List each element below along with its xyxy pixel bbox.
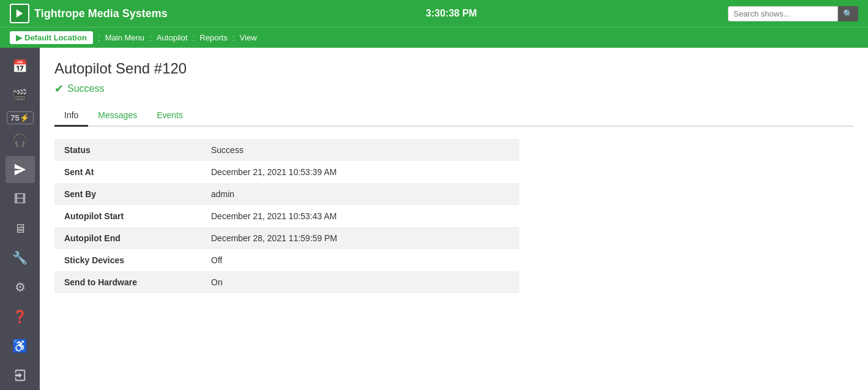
logo-icon bbox=[10, 4, 29, 23]
sidebar-item-film[interactable]: 🎞 bbox=[6, 186, 35, 212]
nav-view[interactable]: View bbox=[240, 33, 257, 42]
row-label: Sent By bbox=[54, 183, 201, 205]
table-row: Sent AtDecember 21, 2021 10:53:39 AM bbox=[54, 161, 519, 183]
info-table: StatusSuccessSent AtDecember 21, 2021 10… bbox=[54, 139, 519, 293]
row-value: On bbox=[201, 271, 519, 293]
main-layout: 📅 🎬 75⚡ 🎧 🎞 🖥 🔧 ⚙ ❓ ♿ Autopilot Send #12… bbox=[0, 48, 868, 390]
tabs-bar: Info Messages Events bbox=[54, 105, 853, 127]
row-value: admin bbox=[201, 183, 519, 205]
search-button[interactable]: 🔍 bbox=[838, 6, 858, 21]
sidebar-item-help[interactable]: ❓ bbox=[6, 303, 35, 330]
sidebar-item-headset[interactable]: 🎧 bbox=[6, 127, 35, 154]
sidebar-item-accessibility[interactable]: ♿ bbox=[6, 332, 35, 359]
status-label: Success bbox=[67, 83, 104, 94]
nav-bar: ▶ Default Location : Main Menu : Autopil… bbox=[0, 27, 868, 48]
sidebar-item-settings[interactable]: ⚙ bbox=[6, 274, 35, 301]
sidebar: 📅 🎬 75⚡ 🎧 🎞 🖥 🔧 ⚙ ❓ ♿ bbox=[0, 48, 40, 390]
sidebar-item-ticker[interactable]: 75⚡ bbox=[7, 111, 34, 124]
nav-sep-4: : bbox=[232, 33, 235, 43]
table-row: Sent Byadmin bbox=[54, 183, 519, 205]
row-label: Status bbox=[54, 139, 201, 161]
sidebar-item-send[interactable] bbox=[6, 156, 35, 183]
nav-sep-2: : bbox=[149, 33, 152, 43]
row-value: Off bbox=[201, 249, 519, 271]
top-header: Tightrope Media Systems 3:30:38 PM 🔍 bbox=[0, 0, 868, 27]
row-value: December 21, 2021 10:53:39 AM bbox=[201, 161, 519, 183]
row-label: Sticky Devices bbox=[54, 249, 201, 271]
table-row: StatusSuccess bbox=[54, 139, 519, 161]
table-row: Autopilot EndDecember 28, 2021 11:59:59 … bbox=[54, 227, 519, 249]
table-row: Autopilot StartDecember 21, 2021 10:53:4… bbox=[54, 205, 519, 227]
row-value: December 21, 2021 10:53:43 AM bbox=[201, 205, 519, 227]
tab-info[interactable]: Info bbox=[54, 105, 88, 127]
app-title: Tightrope Media Systems bbox=[34, 7, 168, 20]
search-bar: 🔍 bbox=[728, 6, 858, 21]
content-area: Autopilot Send #120 ✔ Success Info Messa… bbox=[40, 48, 868, 390]
success-check-icon: ✔ bbox=[54, 82, 64, 96]
nav-reports[interactable]: Reports bbox=[199, 33, 228, 42]
row-label: Send to Hardware bbox=[54, 271, 201, 293]
table-row: Send to HardwareOn bbox=[54, 271, 519, 293]
location-label: Default Location bbox=[24, 33, 87, 42]
sidebar-item-wrench[interactable]: 🔧 bbox=[6, 244, 35, 271]
sidebar-item-logout[interactable] bbox=[6, 362, 35, 389]
nav-sep-1: : bbox=[98, 33, 100, 43]
page-title: Autopilot Send #120 bbox=[54, 60, 853, 77]
nav-autopilot[interactable]: Autopilot bbox=[157, 33, 188, 42]
sidebar-item-monitor[interactable]: 🖥 bbox=[6, 215, 35, 242]
row-label: Autopilot End bbox=[54, 227, 201, 249]
tab-events[interactable]: Events bbox=[147, 105, 193, 127]
header-left: Tightrope Media Systems bbox=[10, 4, 175, 23]
status-success-row: ✔ Success bbox=[54, 82, 853, 96]
nav-main-menu[interactable]: Main Menu bbox=[105, 33, 144, 42]
tab-messages[interactable]: Messages bbox=[88, 105, 147, 127]
sidebar-item-clapboard[interactable]: 🎬 bbox=[6, 82, 35, 109]
search-input[interactable] bbox=[728, 6, 838, 21]
row-value: December 28, 2021 11:59:59 PM bbox=[201, 227, 519, 249]
time-display: 3:30:38 PM bbox=[426, 8, 477, 19]
sidebar-item-calendar[interactable]: 📅 bbox=[6, 53, 35, 80]
svg-marker-0 bbox=[17, 9, 23, 18]
row-value: Success bbox=[201, 139, 519, 161]
nav-sep-3: : bbox=[193, 33, 195, 43]
location-button[interactable]: ▶ Default Location bbox=[10, 31, 93, 44]
table-row: Sticky DevicesOff bbox=[54, 249, 519, 271]
row-label: Autopilot Start bbox=[54, 205, 201, 227]
row-label: Sent At bbox=[54, 161, 201, 183]
location-arrow-icon: ▶ bbox=[16, 33, 22, 42]
